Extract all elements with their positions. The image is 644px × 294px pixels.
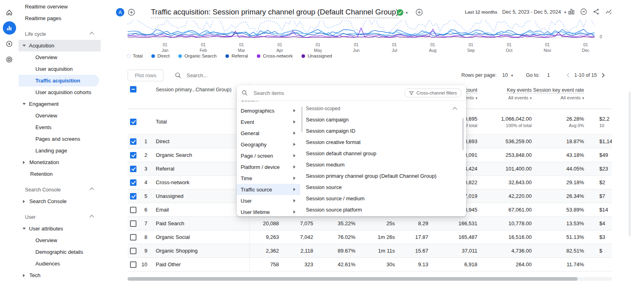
row-checkbox[interactable]	[130, 119, 136, 125]
row-checkbox[interactable]	[130, 193, 136, 199]
horizontal-scrollbar-thumb[interactable]	[128, 277, 578, 281]
sidebar-item[interactable]: Realtime pages	[19, 12, 101, 24]
sidebar-item[interactable]: User	[19, 211, 101, 223]
avatar[interactable]: A	[116, 8, 124, 16]
sidebar-item[interactable]: Audiences	[19, 258, 101, 269]
sidebar-item[interactable]: Search Console	[19, 184, 101, 195]
legend-item[interactable]: Direct	[151, 53, 169, 58]
row-checkbox[interactable]	[130, 234, 136, 241]
metric-column-header[interactable]: ▾	[585, 83, 612, 88]
saved-check-icon[interactable]	[396, 9, 404, 16]
page-title[interactable]: Traffic acquisition: Session primary cha…	[151, 8, 398, 18]
add-report-icon[interactable]	[415, 8, 423, 16]
date-range-picker[interactable]: Last 12 months Dec 5, 2023 - Dec 5, 2024…	[465, 9, 566, 15]
row-checkbox[interactable]	[130, 152, 136, 158]
legend-item[interactable]: Referral	[225, 53, 248, 58]
row-checkbox[interactable]	[130, 220, 136, 227]
legend-item[interactable]: Organic Search	[178, 53, 217, 58]
dropdown-caret-icon: ▾	[564, 10, 566, 14]
dimension-option[interactable]: Session campaign	[304, 114, 458, 125]
dimension-option[interactable]: Session source	[304, 181, 458, 193]
dimension-option[interactable]: Session campaign ID	[304, 125, 458, 136]
sidebar-item[interactable]: User acquisition cohorts	[19, 86, 101, 98]
plot-rows-button[interactable]: Plot rows	[128, 70, 163, 81]
horizontal-scrollbar[interactable]	[128, 277, 612, 281]
dimension-option[interactable]: Session medium	[304, 159, 458, 170]
sidebar-item[interactable]: Overview	[19, 234, 101, 246]
rows-per-page-select[interactable]: 10 ▾	[502, 72, 513, 78]
dimension-option[interactable]: Session source / medium	[304, 193, 458, 204]
goto-page-input[interactable]	[543, 72, 554, 78]
home-icon[interactable]	[3, 6, 16, 19]
dropdown-caret-icon[interactable]: ▾	[406, 10, 408, 15]
sidebar-item[interactable]: User acquisition	[19, 63, 101, 75]
sidebar-item[interactable]: Events	[19, 121, 101, 133]
legend-item[interactable]: Cross-network	[257, 53, 293, 58]
dimension-category[interactable]: Demographics	[237, 105, 300, 116]
cross-channel-filters-chip[interactable]: Cross-channel filters	[405, 88, 461, 97]
advertising-icon[interactable]	[3, 53, 16, 66]
dimension-option[interactable]: Session default channel group	[304, 148, 458, 159]
sidebar-item[interactable]: Pages and screens	[19, 133, 101, 145]
reports-sidebar: Realtime overview Realtime pages Life cy…	[19, 1, 101, 281]
sidebar-item[interactable]: Monetization	[19, 156, 101, 168]
select-all-checkbox[interactable]	[130, 86, 136, 93]
chevron-right-icon	[293, 210, 295, 214]
sidebar-item[interactable]: Tech	[19, 269, 101, 281]
row-checkbox[interactable]	[130, 261, 136, 268]
sidebar-item[interactable]: Realtime overview	[19, 1, 101, 12]
sidebar-item[interactable]: User attributes	[19, 223, 101, 234]
sidebar-item[interactable]: Search Console	[19, 195, 101, 207]
insights-icon[interactable]	[580, 8, 587, 15]
dimension-option[interactable]: Session source platform	[304, 204, 458, 215]
sidebar-item[interactable]: Retention	[19, 168, 101, 180]
metric-column-header[interactable]: Session key event rate All events▾	[533, 83, 585, 100]
comparison-icon[interactable]	[568, 8, 575, 15]
dimension-column-header[interactable]: Session primary...Channel Group) ▾	[151, 83, 250, 109]
dimension-category[interactable]: Platform / device	[237, 161, 300, 173]
row-checkbox[interactable]	[130, 138, 136, 145]
popup-items-scrollbar[interactable]	[462, 118, 464, 150]
metric-event-filter[interactable]: All events▾	[478, 95, 532, 100]
row-checkbox[interactable]	[130, 207, 136, 213]
sidebar-item[interactable]: Acquisition	[19, 40, 101, 51]
legend-item[interactable]: Total	[127, 53, 142, 58]
metric-column-header[interactable]: Key events All events▾	[478, 83, 533, 100]
reports-icon[interactable]	[3, 21, 16, 35]
dimension-category[interactable]: General	[237, 127, 300, 139]
sidebar-item[interactable]: Overview	[19, 51, 101, 63]
dimension-category[interactable]: Page / screen	[237, 150, 300, 161]
dimension-option[interactable]: Session creative format	[304, 136, 458, 148]
share-icon[interactable]	[592, 8, 600, 15]
popup-search-input[interactable]	[253, 90, 405, 97]
dimension-category[interactable]: Custom	[237, 101, 300, 105]
dimension-option[interactable]: Session primary channel group (Default C…	[304, 170, 458, 181]
table-search-input[interactable]	[186, 72, 264, 79]
sidebar-item[interactable]: Traffic acquisition	[19, 75, 99, 86]
dimension-category[interactable]: Event	[237, 116, 300, 127]
dimension-category[interactable]: Geography	[237, 139, 300, 150]
vertical-scrollbar[interactable]	[629, 92, 631, 236]
chevron-right-icon	[293, 143, 295, 146]
dimension-category[interactable]: Traffic source	[237, 184, 300, 195]
chevron-right-icon	[293, 154, 295, 157]
customize-report-icon[interactable]	[605, 8, 612, 15]
previous-page-icon[interactable]	[565, 72, 572, 79]
row-checkbox[interactable]	[130, 166, 136, 172]
row-checkbox[interactable]	[130, 179, 136, 186]
legend-item[interactable]: Unassigned	[301, 53, 332, 58]
row-checkbox[interactable]	[130, 248, 136, 254]
sidebar-item[interactable]: Landing page	[19, 145, 101, 156]
explore-icon[interactable]	[3, 37, 16, 50]
sidebar-item[interactable]: Demographic details	[19, 246, 101, 258]
next-page-icon[interactable]	[599, 72, 607, 79]
sidebar-item[interactable]: Overview	[19, 110, 101, 121]
dimension-category[interactable]: Time	[237, 173, 300, 184]
dimension-category[interactable]: User lifetime	[237, 206, 300, 216]
session-scoped-section-header[interactable]: Session-scoped	[304, 103, 458, 114]
add-comparison-icon[interactable]	[128, 8, 135, 16]
sidebar-item[interactable]: Engagement	[19, 98, 101, 110]
sidebar-item[interactable]: Life cycle	[19, 28, 101, 40]
metric-event-filter[interactable]: All events▾	[533, 95, 584, 100]
dimension-category[interactable]: User	[237, 195, 300, 206]
